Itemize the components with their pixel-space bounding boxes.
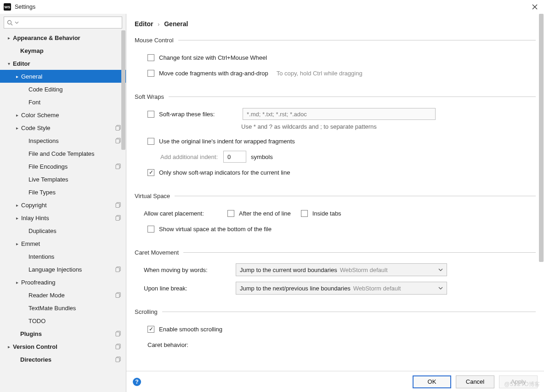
cb-soft-wrap-files[interactable] (147, 111, 154, 118)
cb-use-original-indent[interactable] (147, 138, 154, 145)
upon-line-break-select[interactable]: Jump to the next/previous line boundarie… (236, 282, 447, 295)
tree-item[interactable]: ▸Code Style (0, 121, 126, 134)
tree-item-label: TextMate Bundles (28, 305, 76, 312)
cb-smooth-scrolling[interactable] (147, 326, 154, 333)
help-button[interactable]: ? (133, 378, 141, 386)
chevron-right-icon: ▸ (14, 203, 20, 208)
tree-item[interactable]: ▸Appearance & Behavior (0, 31, 126, 44)
moving-by-words-select[interactable]: Jump to the current word boundaries WebS… (236, 263, 447, 276)
tree-item-label: Duplicates (28, 227, 57, 234)
tree-item[interactable]: ▸General (0, 70, 126, 83)
group-legend: Virtual Space (135, 193, 175, 199)
svg-point-0 (8, 20, 11, 24)
tree-item[interactable]: ▸Language Injections (0, 263, 126, 276)
svg-rect-15 (116, 294, 119, 298)
tree-item[interactable]: ▸Reader Mode (0, 289, 126, 301)
tree-item[interactable]: ▾Editor (0, 57, 126, 70)
tree-item[interactable]: ▸Duplicates (0, 224, 126, 237)
tree-item-label: Code Editing (28, 86, 62, 93)
chevron-right-icon: ▸ (6, 35, 12, 40)
svg-rect-5 (116, 139, 119, 143)
scope-icon (115, 292, 121, 298)
cb-after-eol[interactable] (227, 210, 234, 217)
cb-softwrap-indicators[interactable] (147, 169, 154, 176)
cb-inside-tabs-label: Inside tabs (312, 210, 341, 217)
tree-item[interactable]: ▸Copyright (0, 199, 126, 211)
cb-change-font-size[interactable] (147, 54, 154, 61)
scope-icon (115, 164, 121, 170)
tree-item-label: Appearance & Behavior (13, 34, 80, 41)
chevron-right-icon: ▸ (14, 216, 20, 221)
content-scrollbar[interactable] (539, 14, 544, 371)
search-input[interactable] (4, 17, 122, 28)
search-wrap (0, 14, 126, 31)
tree-item-label: Plugins (20, 330, 42, 337)
add-indent-input[interactable] (223, 151, 246, 163)
breadcrumb-parent[interactable]: Editor (135, 20, 153, 28)
cancel-button[interactable]: Cancel (456, 375, 494, 388)
tree-item[interactable]: ▸Inlay Hints (0, 211, 126, 224)
tree-item[interactable]: ▸File and Code Templates (0, 147, 126, 160)
sidebar: ▸Appearance & Behavior▸Keymap▾Editor▸Gen… (0, 14, 126, 392)
cb-move-drag-drop-label: Move code fragments with drag-and-drop (159, 70, 268, 77)
window-title: Settings (15, 4, 529, 10)
sidebar-scrollbar[interactable] (121, 30, 125, 150)
body: ▸Appearance & Behavior▸Keymap▾Editor▸Gen… (0, 14, 544, 392)
group-virtual-space: Virtual Space Allow caret placement: Aft… (135, 193, 536, 238)
tree-item[interactable]: ▸Keymap (0, 44, 126, 57)
tree-item-label: Color Scheme (21, 112, 59, 119)
tree-item[interactable]: ▸Proofreading (0, 276, 126, 289)
tree-item[interactable]: ▸Inspections (0, 134, 126, 147)
cb-use-original-indent-label: Use the original line's indent for wrapp… (159, 138, 295, 145)
tree-item[interactable]: ▸File Types (0, 186, 126, 199)
apply-button[interactable]: Apply (499, 375, 538, 388)
tree-item[interactable]: ▸File Encodings (0, 160, 126, 173)
group-caret-movement: Caret Movement When moving by words: Jum… (135, 249, 536, 297)
scope-icon (115, 331, 121, 337)
scrollbar-thumb[interactable] (539, 14, 544, 262)
tree-item[interactable]: ▸Directories (0, 353, 126, 366)
settings-tree[interactable]: ▸Appearance & Behavior▸Keymap▾Editor▸Gen… (0, 31, 126, 392)
app-icon: WS (4, 3, 11, 11)
footer: ? OK Cancel Apply (126, 371, 544, 392)
svg-rect-19 (116, 345, 119, 349)
tree-item[interactable]: ▸Version Control (0, 340, 126, 353)
tree-item-label: Code Style (21, 125, 51, 131)
tree-item-label: File Types (28, 189, 56, 196)
cb-show-virtual-bottom[interactable] (147, 226, 154, 233)
scope-icon (115, 267, 121, 273)
group-legend: Caret Movement (135, 249, 183, 256)
chevron-right-icon: ▸ (6, 344, 12, 349)
tree-item[interactable]: ▸Code Editing (0, 83, 126, 96)
tree-item-label: File and Code Templates (28, 150, 95, 157)
soft-wrap-patterns-input[interactable] (243, 108, 436, 120)
drag-hint: To copy, hold Ctrl while dragging (277, 70, 363, 77)
cb-softwrap-indicators-label: Only show soft-wrap indicators for the c… (159, 169, 290, 176)
tree-item-label: Keymap (20, 47, 44, 54)
svg-rect-17 (116, 332, 119, 336)
cb-after-eol-label: After the end of line (239, 210, 291, 217)
close-icon (532, 4, 538, 10)
tree-item[interactable]: ▸Live Templates (0, 173, 126, 186)
chevron-right-icon: › (158, 21, 159, 28)
tree-item[interactable]: ▸TextMate Bundles (0, 301, 126, 314)
tree-item[interactable]: ▸Color Scheme (0, 108, 126, 121)
tree-item[interactable]: ▸Emmet (0, 237, 126, 250)
add-indent-unit: symbols (251, 153, 273, 160)
breadcrumb-current: General (164, 20, 188, 28)
tree-item-label: Intentions (28, 253, 54, 260)
tree-item[interactable]: ▸Intentions (0, 250, 126, 263)
chevron-down-icon (438, 286, 443, 290)
close-button[interactable] (529, 1, 540, 12)
tree-item-label: Version Control (13, 343, 57, 350)
cb-move-drag-drop[interactable] (147, 70, 154, 77)
tree-item[interactable]: ▸Plugins (0, 327, 126, 340)
ok-button[interactable]: OK (413, 375, 451, 388)
svg-rect-9 (116, 204, 119, 208)
soft-wrap-note: Use * and ? as wildcards and ; to separa… (241, 123, 536, 130)
tree-item[interactable]: ▸TODO (0, 314, 126, 327)
cb-inside-tabs[interactable] (301, 210, 308, 217)
tree-item[interactable]: ▸Font (0, 96, 126, 108)
chevron-right-icon: ▸ (14, 113, 20, 118)
chevron-down-icon: ▾ (6, 61, 12, 66)
